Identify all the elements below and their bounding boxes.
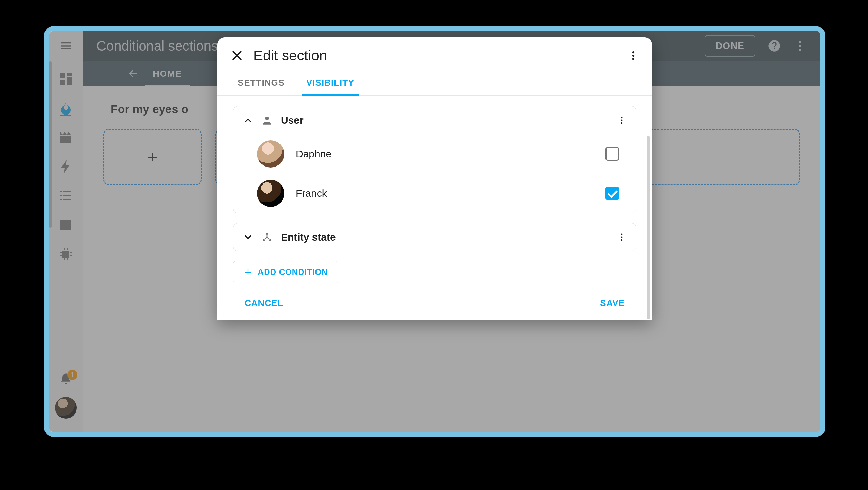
chevron-up-icon: [243, 115, 253, 125]
user-name-label: Daphne: [296, 148, 331, 160]
svg-point-8: [621, 122, 623, 124]
condition-user-header[interactable]: User: [233, 106, 636, 134]
dialog-body: User Daphne Franck Enti: [217, 96, 652, 288]
svg-point-3: [632, 51, 634, 53]
tab-visibility[interactable]: VISIBILITY: [305, 73, 356, 95]
dialog-overflow-button[interactable]: [628, 50, 639, 62]
chevron-down-icon: [243, 232, 253, 242]
close-dialog-button[interactable]: [230, 49, 244, 63]
condition-entity-state-overflow[interactable]: [617, 232, 627, 242]
svg-point-13: [621, 237, 623, 238]
condition-user-overflow[interactable]: [617, 116, 627, 125]
dialog-footer: CANCEL SAVE: [217, 288, 652, 320]
svg-point-14: [621, 239, 623, 241]
cancel-button[interactable]: CANCEL: [245, 298, 283, 309]
avatar: [257, 180, 284, 207]
add-condition-button[interactable]: ADD CONDITION: [233, 261, 338, 283]
user-name-label: Franck: [296, 188, 327, 199]
tab-settings[interactable]: SETTINGS: [236, 73, 286, 95]
condition-user-title: User: [281, 115, 304, 126]
dialog-title: Edit section: [253, 48, 327, 64]
svg-point-4: [632, 55, 634, 57]
svg-point-9: [266, 233, 268, 235]
svg-point-7: [621, 120, 623, 121]
state-icon: [261, 231, 273, 243]
add-condition-label: ADD CONDITION: [258, 267, 328, 277]
condition-user-panel: User Daphne Franck: [233, 106, 636, 213]
edit-section-dialog: Edit section SETTINGS VISIBILITY User Da…: [217, 37, 652, 320]
dialog-scrollbar[interactable]: [647, 136, 650, 319]
svg-point-10: [263, 239, 265, 241]
user-icon: [261, 115, 273, 126]
svg-point-12: [621, 233, 623, 235]
user-row-franck: Franck: [233, 174, 636, 213]
dialog-tabs: SETTINGS VISIBILITY: [217, 67, 652, 96]
condition-entity-state-header[interactable]: Entity state: [233, 223, 636, 251]
user-row-daphne: Daphne: [233, 134, 636, 174]
condition-entity-state-panel: Entity state: [233, 223, 636, 251]
condition-entity-state-title: Entity state: [281, 231, 336, 243]
plus-icon: [243, 268, 252, 277]
svg-point-11: [269, 239, 271, 241]
svg-point-5: [632, 58, 634, 60]
user-checkbox-franck[interactable]: [605, 187, 619, 200]
svg-point-6: [621, 117, 623, 118]
dialog-header: Edit section: [217, 37, 652, 67]
user-checkbox-daphne[interactable]: [605, 147, 619, 161]
avatar: [257, 140, 284, 168]
save-button[interactable]: SAVE: [600, 298, 625, 309]
